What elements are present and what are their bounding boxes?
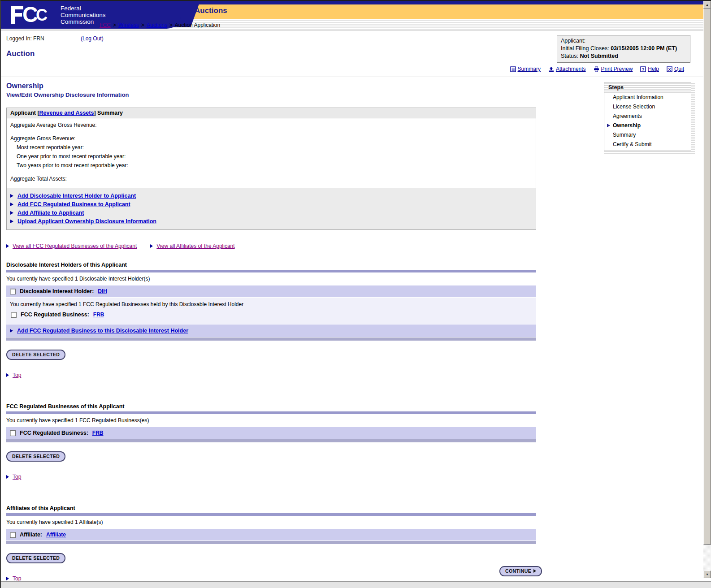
scrollbar-thumb[interactable] [703,9,711,545]
affiliate-row-label: Affiliate: [20,532,42,538]
step-label: License Selection [613,104,655,110]
dih-count-text: You currently have specified 1 Disclosab… [6,276,536,282]
toolbar-divider [1,77,711,77]
add-affiliate-link[interactable]: Add Affiliate to Applicant [17,210,84,216]
dih-row: Disclosable Interest Holder: DIH [6,285,536,297]
step-ownership[interactable]: Ownership [604,121,691,130]
dih-link[interactable]: DIH [98,288,107,294]
dih-checkbox[interactable] [10,289,16,294]
page-title: Auction [6,49,35,58]
section-bar [6,270,536,272]
step-license-selection[interactable]: License Selection [604,102,691,112]
continue-arrow-icon [533,569,536,573]
help-link[interactable]: Help [648,66,659,72]
breadcrumb-current: Auction Application [175,22,220,28]
applicant-label: Applicant: [561,37,686,45]
session-row: Logged In: FRN (Log Out) [6,35,104,42]
logout-link[interactable]: (Log Out) [81,35,104,42]
svg-text:?: ? [642,67,645,72]
revenue-and-assets-link[interactable]: Revenue and Assets [39,110,94,116]
view-all-businesses-row: View all FCC Regulated Businesses of the… [6,243,137,249]
summary-icon [510,66,516,72]
breadcrumb: FCC>Wireless>Auctions>Auction Applicatio… [100,22,220,28]
steps-box: Steps Applicant Information License Sele… [604,82,691,151]
summary-header-prefix: Applicant [ [10,110,39,116]
dih-inner-panel: You currently have specified 1 FCC Regul… [6,297,536,324]
bullet-triangle-icon [10,194,13,198]
dih-top-link[interactable]: Top [13,372,21,378]
affiliate-link[interactable]: Affiliate [46,532,66,538]
step-summary[interactable]: Summary [604,130,691,140]
frb-row-label: FCC Regulated Business: [20,430,88,436]
filing-closes-label: Initial Filing Closes: [561,45,609,52]
summary-link[interactable]: Summary [518,66,541,72]
frb-checkbox[interactable] [10,430,16,436]
fcc-logo-icon: C C [10,5,56,24]
toolbar-summary[interactable]: Summary [510,66,541,72]
window-bottom-edge [1,581,711,588]
status-label: Status: [561,53,578,59]
view-all-links: View all FCC Regulated Businesses of the… [6,243,536,249]
continue-button[interactable]: CONTINUE [499,566,542,576]
bullet-triangle-icon [6,373,9,377]
section-bar [6,540,536,544]
logo-line-1: Federal [61,5,106,12]
frb-link[interactable]: FRB [92,430,104,436]
affiliates-delete-selected-button[interactable]: DELETE SELECTED [6,553,65,563]
step-applicant-information[interactable]: Applicant Information [604,93,691,102]
add-frb-to-dih-link[interactable]: Add FCC Regulated Business to this Discl… [17,328,188,334]
frb-delete-selected-button[interactable]: DELETE SELECTED [6,451,65,462]
help-icon: ? [640,66,646,72]
frb-count-text: You currently have specified 1 FCC Regul… [6,417,536,424]
add-fcc-regulated-business-link[interactable]: Add FCC Regulated Business to Applicant [17,201,130,208]
dih-frb-row-label: FCC Regulated Business: [21,311,89,318]
steps-panel: Steps Applicant Information License Sele… [604,82,695,155]
filing-closes-row: Initial Filing Closes: 03/15/2005 12:00 … [561,45,686,52]
view-all-affiliates-link[interactable]: View all Affiliates of the Applicant [156,243,234,249]
view-all-fcc-businesses-link[interactable]: View all FCC Regulated Businesses of the… [13,243,137,249]
dih-frb-row: FCC Regulated Business: FRB [10,311,533,318]
dih-delete-selected-button[interactable]: DELETE SELECTED [6,350,65,360]
toolbar-attachments[interactable]: Attachments [548,66,586,72]
logo-line-3: Commission [61,18,106,25]
step-certify-submit[interactable]: Certify & Submit [604,140,691,151]
step-label: Agreements [613,113,642,119]
step-agreements[interactable]: Agreements [604,112,691,121]
affiliate-checkbox[interactable] [10,532,16,538]
add-disclosable-interest-holder-link[interactable]: Add Disclosable Interest Holder to Appli… [17,193,136,199]
breadcrumb-auctions-link[interactable]: Auctions [147,22,167,28]
toolbar-print-preview[interactable]: Print Preview [594,66,633,72]
steps-title: Steps [604,82,691,93]
bullet-triangle-icon [10,220,13,223]
breadcrumb-wireless-link[interactable]: Wireless [118,22,139,28]
scrollbar-down-button[interactable]: ▼ [703,571,711,578]
continue-button-label: CONTINUE [505,568,531,574]
banner-title: Auctions [195,6,227,15]
svg-text:X: X [668,67,671,72]
toolbar-help[interactable]: ? Help [640,66,659,72]
affiliates-count-text: You currently have specified 1 Affiliate… [6,519,536,525]
add-affiliate-row: Add Affiliate to Applicant [10,208,532,217]
breadcrumb-fcc-link[interactable]: FCC [100,22,111,28]
scrollbar-up-button[interactable]: ▲ [703,1,711,9]
print-preview-link[interactable]: Print Preview [601,66,633,72]
toolbar-quit[interactable]: X Quit [667,66,684,72]
section-title: Ownership [6,82,536,90]
upload-ownership-disclosure-link[interactable]: Upload Applicant Ownership Disclosure In… [17,218,156,225]
section-bar [6,337,536,341]
quit-link[interactable]: Quit [674,66,684,72]
bullet-triangle-icon [6,475,9,479]
frb-section: FCC Regulated Businesses of this Applica… [6,403,536,480]
dih-frb-link[interactable]: FRB [93,311,104,318]
dih-row-label: Disclosable Interest Holder: [20,288,94,294]
summary-row: Two years prior to most recent reportabl… [10,162,532,168]
affiliates-section: Affiliates of this Applicant You current… [6,505,536,582]
dih-frb-checkbox[interactable] [11,312,17,318]
bullet-triangle-icon [6,577,9,580]
dih-inner-count-text: You currently have specified 1 FCC Regul… [10,301,533,307]
bullet-triangle-icon [10,211,13,215]
attachments-link[interactable]: Attachments [556,66,586,72]
vertical-scrollbar[interactable]: ▲ ▼ [703,1,711,578]
print-preview-icon [594,66,599,72]
frb-top-link[interactable]: Top [13,474,21,480]
